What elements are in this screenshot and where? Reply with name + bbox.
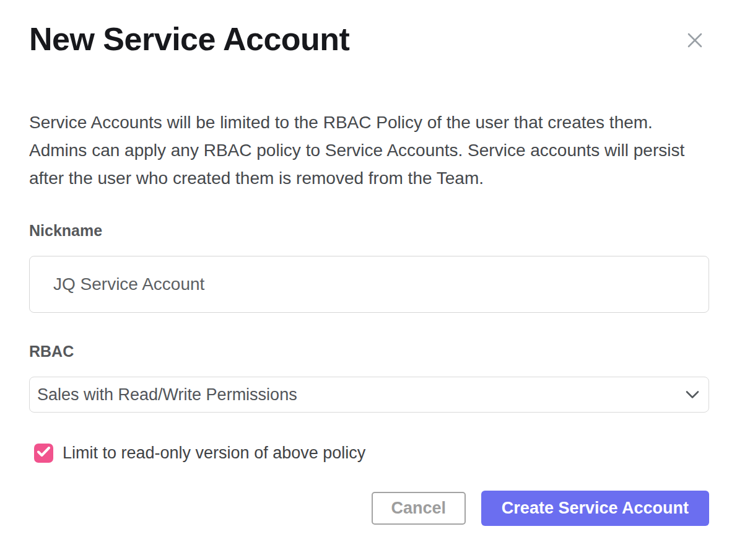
rbac-select[interactable]: Sales with Read/Write Permissions — [29, 377, 709, 413]
limit-readonly-checkbox[interactable] — [34, 444, 53, 463]
rbac-select-wrapper: Sales with Read/Write Permissions — [29, 377, 709, 413]
modal-title: New Service Account — [29, 22, 349, 56]
modal-description: Service Accounts will be limited to the … — [29, 108, 709, 192]
close-button[interactable] — [681, 26, 709, 55]
modal-header: New Service Account — [29, 0, 709, 56]
modal-footer: Cancel Create Service Account — [29, 491, 709, 526]
checkmark-icon — [37, 447, 50, 460]
rbac-label: RBAC — [29, 343, 709, 361]
nickname-input[interactable] — [29, 256, 709, 313]
new-service-account-modal: New Service Account Service Accounts wil… — [0, 0, 737, 560]
nickname-label: Nickname — [29, 222, 709, 240]
cancel-button[interactable]: Cancel — [372, 492, 466, 525]
x-icon — [686, 42, 704, 51]
limit-readonly-row: Limit to read-only version of above poli… — [29, 444, 709, 463]
limit-readonly-label[interactable]: Limit to read-only version of above poli… — [63, 444, 365, 463]
create-service-account-button[interactable]: Create Service Account — [481, 491, 709, 526]
